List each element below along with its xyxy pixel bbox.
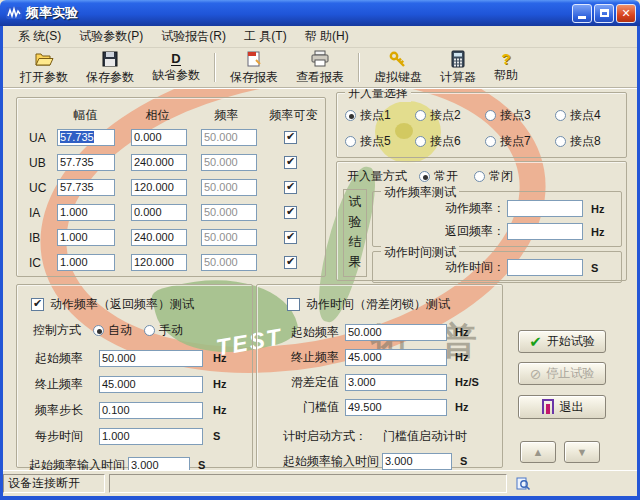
status-panel-connection: 设备连接断开 xyxy=(3,474,105,493)
virtual-keyboard-icon xyxy=(388,50,408,68)
radio-contact-4[interactable]: 接点4 xyxy=(555,107,625,124)
ua-phase-field[interactable]: 0.000 xyxy=(131,129,187,146)
menu-test-report[interactable]: 试验报告(R) xyxy=(152,26,235,47)
stop-test-button[interactable]: ⊘ 停止试验 xyxy=(518,362,606,385)
ia-amplitude-field[interactable]: 1.000 xyxy=(57,204,115,221)
window-border-bottom xyxy=(0,496,640,500)
ib-amplitude-field[interactable]: 1.000 xyxy=(57,229,115,246)
radio-contact-7[interactable]: 接点7 xyxy=(485,133,555,150)
ia-phase-field[interactable]: 0.000 xyxy=(131,204,187,221)
end-freq-field[interactable]: 45.000 xyxy=(99,376,203,393)
threshold-field[interactable]: 49.500 xyxy=(345,399,447,416)
ub-freq-variable-checkbox[interactable] xyxy=(284,156,297,169)
view-report-button[interactable]: 查看报表 xyxy=(288,50,352,85)
uc-phase-field[interactable]: 120.000 xyxy=(131,179,187,196)
radio-normally-closed[interactable]: 常闭 xyxy=(474,168,513,185)
menu-test-params[interactable]: 试验参数(P) xyxy=(70,26,152,47)
default-params-button[interactable]: D 缺省参数 xyxy=(144,50,208,85)
toolbar-label: 查看报表 xyxy=(296,69,344,86)
ic-amplitude-field[interactable]: 1.000 xyxy=(57,254,115,271)
ic-freq-variable-checkbox[interactable] xyxy=(284,256,297,269)
ub-phase-field[interactable]: 240.000 xyxy=(131,154,187,171)
virtual-keyboard-button[interactable]: 虚拟键盘 xyxy=(366,50,430,85)
menu-tools[interactable]: 工 具(T) xyxy=(235,26,296,47)
radio-contact-5[interactable]: 接点5 xyxy=(345,133,415,150)
table-row-ia: IA 1.000 0.000 50.000 xyxy=(17,200,325,225)
ic-phase-field[interactable]: 120.000 xyxy=(131,254,187,271)
ia-freq-variable-checkbox[interactable] xyxy=(284,206,297,219)
toolbar-separator xyxy=(358,53,360,82)
maximize-button[interactable] xyxy=(594,4,614,23)
table-row-ib: IB 1.000 240.000 50.000 xyxy=(17,225,325,250)
action-freq-field[interactable] xyxy=(507,200,583,217)
tt-start-freq-input-time-field[interactable]: 3.000 xyxy=(382,453,452,470)
freq-step-unit: Hz xyxy=(213,404,226,416)
open-params-button[interactable]: 打开参数 xyxy=(12,50,76,85)
exit-button[interactable]: 退出 xyxy=(518,395,606,419)
ib-phase-field[interactable]: 240.000 xyxy=(131,229,187,246)
ub-amplitude-field[interactable]: 57.735 xyxy=(57,154,115,171)
scroll-down-button[interactable]: ▼ xyxy=(564,441,600,463)
ub-frequency-field: 50.000 xyxy=(201,154,257,171)
ua-amplitude-field[interactable]: 57.735 xyxy=(57,129,115,146)
tt-end-freq-unit: Hz xyxy=(455,351,468,363)
slip-value-field[interactable]: 3.000 xyxy=(345,374,447,391)
step-time-field[interactable]: 1.000 xyxy=(99,428,203,445)
radio-contact-1[interactable]: 接点1 xyxy=(345,107,415,124)
tt-start-freq-field[interactable]: 50.000 xyxy=(345,324,447,341)
uc-amplitude-field[interactable]: 57.735 xyxy=(57,179,115,196)
action-time-field[interactable] xyxy=(507,259,583,276)
ua-freq-variable-checkbox[interactable] xyxy=(284,131,297,144)
table-row-uc: UC 57.735 120.000 50.000 xyxy=(17,175,325,200)
close-button[interactable]: ✕ xyxy=(616,4,636,23)
radio-manual[interactable]: 手动 xyxy=(144,322,183,339)
time-test-checkbox[interactable] xyxy=(287,298,300,311)
save-report-button[interactable]: 保存报表 xyxy=(222,50,286,85)
return-freq-field[interactable] xyxy=(507,223,583,240)
table-row-ub: UB 57.735 240.000 50.000 xyxy=(17,150,325,175)
time-test-title: 动作时间（滑差闭锁）测试 xyxy=(306,296,450,313)
freq-test-checkbox[interactable] xyxy=(31,298,44,311)
minimize-button[interactable] xyxy=(572,4,592,23)
menu-help[interactable]: 帮 助(H) xyxy=(296,26,358,47)
input-select-title: 开入量选择 xyxy=(345,89,411,102)
toolbar-separator xyxy=(214,53,216,82)
end-freq-unit: Hz xyxy=(213,378,226,390)
row-label: IB xyxy=(29,231,53,245)
ib-freq-variable-checkbox[interactable] xyxy=(284,231,297,244)
scroll-up-button[interactable]: ▲ xyxy=(520,441,556,463)
radio-contact-3[interactable]: 接点3 xyxy=(485,107,555,124)
default-params-icon: D xyxy=(171,52,180,66)
uc-freq-variable-checkbox[interactable] xyxy=(284,181,297,194)
radio-contact-8[interactable]: 接点8 xyxy=(555,133,625,150)
stop-icon: ⊘ xyxy=(530,367,542,381)
toolbar: 打开参数 保存参数 D 缺省参数 保存报表 查看报表 xyxy=(3,48,637,88)
toolbar-label: 打开参数 xyxy=(20,69,68,86)
calculator-button[interactable]: 计算器 xyxy=(432,50,484,85)
start-freq-field[interactable]: 50.000 xyxy=(99,350,203,367)
minimize-icon xyxy=(578,16,586,19)
save-params-button[interactable]: 保存参数 xyxy=(78,50,142,85)
help-button[interactable]: ? 帮助 xyxy=(486,50,526,85)
slip-value-label: 滑差定值 xyxy=(281,374,339,391)
action-time-test-title: 动作时间测试 xyxy=(381,244,459,261)
tt-end-freq-field[interactable]: 45.000 xyxy=(345,349,447,366)
radio-contact-2[interactable]: 接点2 xyxy=(415,107,485,124)
toolbar-label: 帮助 xyxy=(494,67,518,84)
row-label: IA xyxy=(29,206,53,220)
menu-system[interactable]: 系 统(S) xyxy=(9,26,70,47)
tt-start-freq-input-time-label: 起始频率输入时间 xyxy=(283,453,379,470)
radio-normally-open[interactable]: 常开 xyxy=(419,168,458,185)
status-text: 设备连接断开 xyxy=(8,475,80,492)
radio-auto[interactable]: 自动 xyxy=(93,322,132,339)
start-freq-input-time-field[interactable]: 3.000 xyxy=(128,457,190,471)
return-freq-label: 返回频率： xyxy=(373,223,505,240)
return-freq-unit: Hz xyxy=(591,226,604,238)
freq-step-field[interactable]: 0.100 xyxy=(99,402,203,419)
timer-start-mode-value: 门槛值启动计时 xyxy=(383,428,467,445)
tt-start-freq-label: 起始频率 xyxy=(281,324,339,341)
toolbar-label: 保存报表 xyxy=(230,69,278,86)
radio-contact-6[interactable]: 接点6 xyxy=(415,133,485,150)
start-test-button[interactable]: ✔ 开始试验 xyxy=(518,330,606,353)
ia-frequency-field: 50.000 xyxy=(201,204,257,221)
